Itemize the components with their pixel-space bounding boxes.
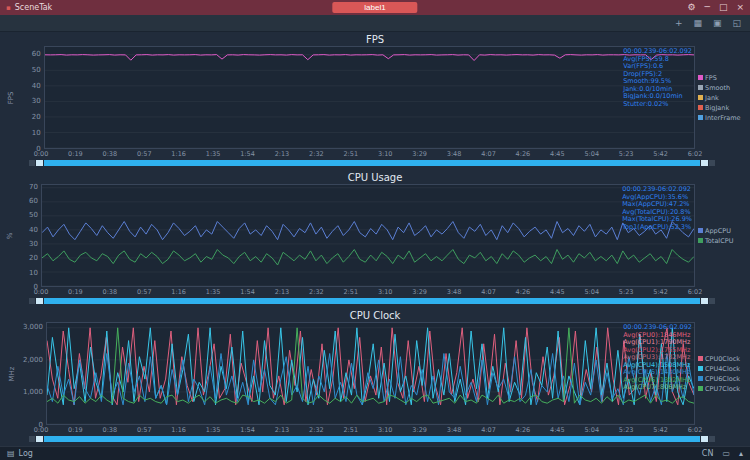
- label-button[interactable]: label1: [332, 2, 417, 13]
- x-tick: 5:23: [619, 426, 634, 434]
- legend-item-appcpu[interactable]: AppCPU: [698, 227, 745, 235]
- tray-icon[interactable]: ▴: [739, 449, 743, 458]
- series-appcpu: [42, 222, 694, 240]
- grid-icon[interactable]: ▦: [693, 18, 702, 28]
- scrollbar-right-cap[interactable]: [709, 298, 715, 304]
- x-tick: 0:57: [137, 150, 152, 158]
- scrollbar-track[interactable]: [44, 160, 700, 166]
- legend-item-totalcpu[interactable]: TotalCPU: [698, 237, 745, 245]
- x-tick: 0:00: [34, 426, 49, 434]
- scrollbar-track[interactable]: [44, 436, 700, 442]
- x-tick: 0:38: [103, 150, 118, 158]
- x-tick: 4:45: [550, 426, 565, 434]
- cpu-legend: AppCPUTotalCPU: [695, 184, 745, 287]
- fps-y-axis-label: FPS: [5, 46, 18, 149]
- legend-label: Jank: [705, 94, 719, 102]
- x-tick: 3:48: [447, 426, 462, 434]
- legend-item-cpu7clock[interactable]: CPU7Clock: [698, 385, 745, 393]
- fps-y-ticks: 0102030405060: [18, 46, 44, 149]
- legend-item-cpu4clock[interactable]: CPU4Clock: [698, 365, 745, 373]
- x-tick: 3:48: [447, 288, 462, 296]
- close-icon[interactable]: ×: [736, 0, 744, 15]
- scrollbar-right-cap[interactable]: [709, 436, 715, 442]
- expand-icon[interactable]: ◱: [732, 18, 741, 28]
- x-tick: 0:57: [137, 426, 152, 434]
- gear-icon[interactable]: ⚙: [687, 0, 695, 15]
- x-tick: 1:16: [171, 426, 186, 434]
- scrollbar-right-handle[interactable]: [701, 436, 708, 442]
- series-fps: [45, 55, 694, 61]
- maximize-icon[interactable]: □: [719, 0, 728, 15]
- scrollbar-fill[interactable]: [44, 436, 700, 442]
- fps-plot-area[interactable]: 00:00.239-06:02.092Avg(FPS):59.8Var(FPS)…: [44, 46, 695, 149]
- x-tick: 1:16: [171, 150, 186, 158]
- fps-chart-canvas[interactable]: [45, 47, 694, 148]
- x-tick: 2:32: [309, 426, 324, 434]
- scrollbar-right-cap[interactable]: [709, 160, 715, 166]
- legend-item-cpu0clock[interactable]: CPU0Clock: [698, 355, 745, 363]
- legend-label: CPU7Clock: [705, 385, 740, 393]
- legend-swatch: [698, 376, 703, 381]
- x-tick: 3:48: [447, 150, 462, 158]
- cpu-plot-area[interactable]: 00:00.239-06:02.092Avg(AppCPU):35.6%Max(…: [41, 184, 695, 287]
- clock-y-axis-label: MHz: [5, 322, 20, 425]
- cpu-stats: 00:00.239-06:02.092Avg(AppCPU):35.6%Max(…: [622, 186, 692, 231]
- cpu-chart-canvas[interactable]: [42, 185, 694, 286]
- x-tick: 5:23: [619, 150, 634, 158]
- legend-swatch: [698, 75, 703, 80]
- title-bar: ▪ SceneTak label1 ⚙ ─ □ ×: [0, 0, 750, 15]
- legend-swatch: [698, 105, 703, 110]
- legend-label: InterFrame: [705, 114, 741, 122]
- fps-chart-panel: FPS FPS 0102030405060 00:00.239-06:02.09…: [5, 33, 745, 169]
- scrollbar-left-handle[interactable]: [36, 160, 43, 166]
- language-indicator[interactable]: CN: [702, 449, 714, 458]
- scrollbar-left-handle[interactable]: [36, 298, 43, 304]
- clock-chart-canvas[interactable]: [47, 323, 694, 424]
- legend-swatch: [698, 366, 703, 371]
- clock-plot-area[interactable]: 00:00.239-06:02.092Avg(CPU0):1846MHzAvg(…: [46, 322, 695, 425]
- x-tick: 3:10: [378, 150, 393, 158]
- y-tick: 1,000: [23, 389, 43, 396]
- legend-item-cpu6clock[interactable]: CPU6Clock: [698, 375, 745, 383]
- y-tick: 10: [29, 269, 38, 276]
- scrollbar-left-cap[interactable]: [29, 160, 35, 166]
- log-icon[interactable]: ▤: [7, 449, 15, 458]
- cpu-scrollbar[interactable]: [29, 297, 715, 305]
- legend-item-smooth[interactable]: Smooth: [698, 84, 745, 92]
- scrollbar-left-cap[interactable]: [29, 436, 35, 442]
- y-tick: 3,000: [23, 323, 43, 330]
- scrollbar-right-handle[interactable]: [701, 160, 708, 166]
- x-tick: 4:45: [550, 150, 565, 158]
- y-tick: 70: [29, 183, 38, 190]
- x-tick: 6:02: [688, 426, 703, 434]
- log-label[interactable]: Log: [19, 449, 33, 458]
- x-tick: 0:19: [68, 288, 83, 296]
- y-tick: 40: [29, 226, 38, 233]
- minimize-icon[interactable]: ─: [705, 0, 710, 15]
- clock-scrollbar[interactable]: [29, 435, 715, 443]
- x-tick: 3:29: [412, 426, 427, 434]
- legend-item-bigjank[interactable]: BigJank: [698, 104, 745, 112]
- y-tick: 20: [32, 114, 41, 121]
- legend-swatch: [698, 386, 703, 391]
- scrollbar-left-handle[interactable]: [36, 436, 43, 442]
- panel-icon[interactable]: ▣: [713, 18, 722, 28]
- legend-item-fps[interactable]: FPS: [698, 74, 745, 82]
- legend-label: AppCPU: [705, 227, 731, 235]
- scrollbar-track[interactable]: [44, 298, 700, 304]
- scrollbar-fill[interactable]: [44, 160, 700, 166]
- scrollbar-fill[interactable]: [44, 298, 700, 304]
- legend-item-interframe[interactable]: InterFrame: [698, 114, 745, 122]
- crosshair-icon[interactable]: +: [675, 18, 683, 28]
- x-tick: 0:00: [34, 288, 49, 296]
- scrollbar-left-cap[interactable]: [29, 298, 35, 304]
- app-icon: ▪: [6, 4, 11, 12]
- keyboard-icon[interactable]: ▭: [722, 449, 730, 458]
- series-totalcpu: [42, 250, 694, 266]
- x-tick: 3:29: [412, 288, 427, 296]
- legend-item-jank[interactable]: Jank: [698, 94, 745, 102]
- x-tick: 5:23: [619, 288, 634, 296]
- fps-scrollbar[interactable]: [29, 159, 715, 167]
- scrollbar-right-handle[interactable]: [701, 298, 708, 304]
- legend-swatch: [698, 356, 703, 361]
